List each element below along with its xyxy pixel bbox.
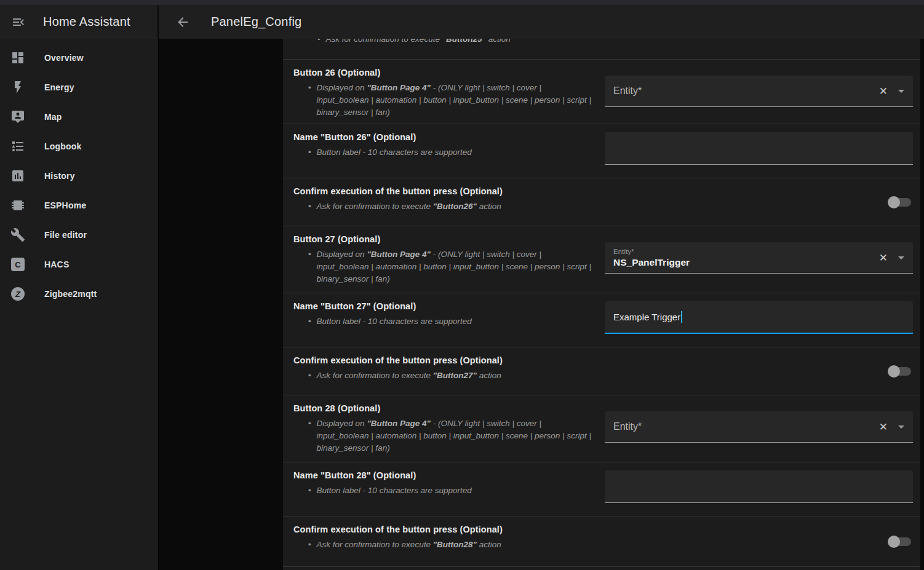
confirm-toggle-button26[interactable] <box>888 196 911 208</box>
sidebar-item-logbook[interactable]: Logbook <box>0 132 158 161</box>
entity-select-button28[interactable]: Entity* <box>605 411 913 443</box>
field-description: Button label - 10 characters are support… <box>293 146 594 159</box>
field-description: Ask for confirmation to execute "Button2… <box>293 200 594 213</box>
field-title: Button 26 (Optional) <box>293 68 594 77</box>
name-row-button27: Name "Button 27" (Optional) Button label… <box>283 293 920 347</box>
clear-icon[interactable] <box>879 422 888 432</box>
sidebar-item-energy[interactable]: Energy <box>0 73 158 102</box>
sidebar: Overview Energy Map Logbook History ESPH… <box>0 39 159 570</box>
bullet-icon <box>308 200 311 213</box>
sidebar-item-label: Logbook <box>44 141 82 151</box>
entity-row-button26: Button 26 (Optional) Displayed on "Butto… <box>283 60 920 124</box>
name-row-button28: Name "Button 28" (Optional) Button label… <box>283 462 920 517</box>
config-form-card: Ask for confirmation to execute "Button2… <box>283 39 920 570</box>
bullet-icon <box>308 485 311 497</box>
sidebar-item-esphome[interactable]: ESPHome <box>0 191 158 220</box>
confirm-row-button25-partial: Ask for confirmation to execute "Button2… <box>283 39 920 60</box>
confirm-row-button26: Confirm execution of the button press (O… <box>283 178 920 226</box>
flash-icon <box>10 80 25 95</box>
sidebar-item-hacs[interactable]: HACS <box>0 250 158 279</box>
app-header: Home Assistant PanelEg_Config <box>0 5 924 39</box>
field-title: Button 27 (Optional) <box>293 234 594 244</box>
menu-open-icon <box>11 15 26 30</box>
name-row-button26: Name "Button 26" (Optional) Button label… <box>283 124 920 178</box>
back-button[interactable] <box>175 15 190 30</box>
field-title: Name "Button 27" (Optional) <box>293 301 594 311</box>
confirm-row-button27: Confirm execution of the button press (O… <box>283 347 920 395</box>
toggle-thumb <box>888 196 900 208</box>
entity-field-label: Entity* <box>613 85 642 97</box>
field-title: Button 28 (Optional) <box>293 403 594 413</box>
sidebar-item-label: File editor <box>44 230 87 240</box>
entity-field-label: Entity* <box>613 421 642 432</box>
dropdown-caret-icon[interactable] <box>898 426 904 429</box>
name-input-button28[interactable] <box>605 470 913 503</box>
sidebar-item-label: Overview <box>44 53 84 63</box>
bullet-icon <box>308 315 311 328</box>
bullet-icon <box>308 539 311 551</box>
arrow-left-icon <box>175 15 190 30</box>
bullet-icon <box>308 82 311 119</box>
zigbee-icon <box>10 287 25 301</box>
next-row-sliver <box>283 567 920 570</box>
sidebar-toggle-button[interactable] <box>11 15 26 30</box>
sidebar-header: Home Assistant <box>0 5 159 39</box>
window-top-strip <box>0 0 924 5</box>
content-area: Ask for confirmation to execute "Button2… <box>159 39 924 570</box>
field-title: Confirm execution of the button press (O… <box>293 524 594 534</box>
field-description: Ask for confirmation to execute "Button2… <box>293 539 594 551</box>
entity-field-value: NS_PanelTrigger <box>613 257 690 268</box>
entity-select-button27[interactable]: Entity* NS_PanelTrigger <box>605 242 913 274</box>
sidebar-item-file-editor[interactable]: File editor <box>0 220 158 250</box>
toggle-thumb <box>888 536 900 548</box>
clear-icon[interactable] <box>879 86 888 97</box>
entity-select-button26[interactable]: Entity* <box>605 76 913 107</box>
field-title: Name "Button 28" (Optional) <box>293 470 594 480</box>
wrench-icon <box>10 228 25 242</box>
sidebar-item-label: HACS <box>44 259 69 269</box>
sidebar-item-label: ESPHome <box>44 200 86 210</box>
field-description: Displayed on "Button Page 4" - (ONLY lig… <box>293 418 594 454</box>
app-title: Home Assistant <box>43 15 130 29</box>
field-title: Name "Button 26" (Optional) <box>293 132 594 142</box>
clear-icon[interactable] <box>879 253 888 263</box>
name-input-button26[interactable] <box>605 132 913 165</box>
sidebar-item-zigbee2mqtt[interactable]: Zigbee2mqtt <box>0 279 158 309</box>
page-toolbar: PanelEg_Config <box>159 5 924 39</box>
confirm-row-button28: Confirm execution of the button press (O… <box>283 517 920 567</box>
entity-row-button27: Button 27 (Optional) Displayed on "Butto… <box>283 226 920 293</box>
dropdown-caret-icon[interactable] <box>898 90 904 93</box>
view-dashboard-icon <box>10 50 25 65</box>
name-input-value: Example Trigger <box>613 312 680 322</box>
toggle-thumb <box>888 365 900 378</box>
field-description: Ask for confirmation to execute "Button2… <box>293 370 594 382</box>
tooltip-account-icon <box>10 109 25 124</box>
field-title: Confirm execution of the button press (O… <box>293 355 594 365</box>
chip-icon <box>10 198 25 213</box>
chart-box-icon <box>10 168 25 183</box>
sidebar-item-overview[interactable]: Overview <box>0 43 158 73</box>
bullet-icon <box>308 418 311 454</box>
sidebar-item-map[interactable]: Map <box>0 102 158 132</box>
dropdown-caret-icon[interactable] <box>898 256 904 259</box>
confirm-toggle-button27[interactable] <box>888 365 911 378</box>
sidebar-item-label: History <box>44 171 75 181</box>
bullet-icon <box>308 248 311 285</box>
field-description: Displayed on "Button Page 4" - (ONLY lig… <box>293 248 594 285</box>
name-input-button27[interactable]: Example Trigger <box>605 301 913 334</box>
format-list-icon <box>10 139 25 154</box>
field-description: Displayed on "Button Page 4" - (ONLY lig… <box>293 82 594 119</box>
entity-field-label: Entity* <box>613 248 690 255</box>
field-title: Confirm execution of the button press (O… <box>293 186 594 196</box>
sidebar-item-history[interactable]: History <box>0 161 158 191</box>
confirm-toggle-button28[interactable] <box>888 536 911 548</box>
text-cursor <box>681 311 682 323</box>
entity-row-button28: Button 28 (Optional) Displayed on "Butto… <box>283 395 920 462</box>
sidebar-item-label: Zigbee2mqtt <box>44 289 97 299</box>
bullet-icon <box>317 39 321 46</box>
sidebar-item-label: Energy <box>44 82 74 92</box>
hacs-c-icon <box>10 257 25 272</box>
bullet-icon <box>308 146 311 159</box>
sidebar-item-label: Map <box>44 112 62 122</box>
field-description: Button label - 10 characters are support… <box>293 315 594 328</box>
